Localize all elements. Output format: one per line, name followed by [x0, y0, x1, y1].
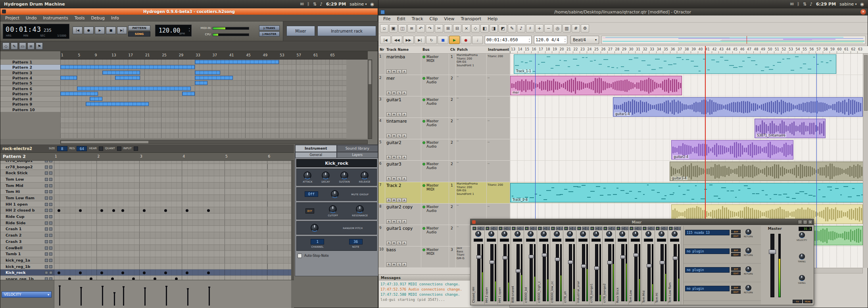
- range-mode-icon[interactable]: ◧: [480, 24, 489, 33]
- pattern-grid-lane[interactable]: [54, 201, 291, 208]
- pan-knob[interactable]: [593, 231, 599, 237]
- note-dot[interactable]: [207, 209, 210, 212]
- volume-fader[interactable]: [595, 244, 598, 301]
- strip-mute-button[interactable]: M: [595, 227, 599, 230]
- pattern-grid-lane[interactable]: [54, 270, 291, 276]
- bpm-display[interactable]: 120.00 BPM ▴▾: [155, 25, 192, 37]
- pattern-sequence-block[interactable]: [102, 71, 140, 75]
- note-dot[interactable]: [132, 277, 135, 280]
- instrument-mute-button[interactable]: [45, 240, 48, 243]
- note-dot[interactable]: [186, 209, 188, 212]
- fx-return-knob[interactable]: [745, 248, 751, 254]
- pattern-list-item[interactable]: Pattern 6: [0, 86, 60, 91]
- midi-note-value[interactable]: 36: [349, 239, 363, 244]
- instrument-row[interactable]: Tom Mid: [0, 183, 54, 189]
- pan-knob[interactable]: [606, 231, 612, 237]
- menu-info[interactable]: Info: [108, 15, 122, 21]
- track-mute-button[interactable]: M: [392, 262, 396, 267]
- pattern-sequence-block[interactable]: [195, 60, 279, 64]
- pattern-grid-lane[interactable]: [54, 257, 291, 264]
- track-mute-button[interactable]: M: [392, 177, 396, 181]
- arrange-lane[interactable]: guitar3-4: [510, 161, 864, 182]
- humanize-timing-knob[interactable]: [799, 254, 805, 260]
- fx-return-knob[interactable]: [745, 285, 751, 291]
- resonance-knob[interactable]: [356, 205, 364, 213]
- pattern-grid-lane[interactable]: [54, 226, 291, 232]
- fader-handle[interactable]: [581, 264, 586, 268]
- track-solo-button[interactable]: S: [397, 91, 401, 95]
- fx-byp-button[interactable]: BYP: [731, 230, 741, 233]
- instrument-mute-button[interactable]: [45, 227, 48, 231]
- track-mute-button[interactable]: M: [392, 241, 396, 245]
- zoom-out-icon[interactable]: −: [544, 24, 553, 33]
- pattern-grid-lane[interactable]: [54, 207, 291, 214]
- instrument-row[interactable]: CowBell: [0, 245, 54, 251]
- instrument-solo-button[interactable]: [49, 196, 52, 200]
- pan-knob[interactable]: [567, 231, 573, 237]
- pattern-grid-lane[interactable]: [54, 220, 291, 226]
- close-button[interactable]: ✕: [808, 220, 812, 224]
- bluetooth-icon[interactable]: ᛒ: [797, 2, 800, 7]
- strip-solo-button[interactable]: S: [520, 227, 524, 230]
- strip-mute-button[interactable]: M: [517, 227, 520, 230]
- copy-icon[interactable]: ⊞: [444, 24, 452, 33]
- track-mute-button[interactable]: M: [392, 112, 396, 117]
- sample-play-icon[interactable]: ▸: [512, 227, 516, 230]
- instrument-mute-button[interactable]: [45, 209, 48, 212]
- vertical-scrollbar[interactable]: [863, 54, 868, 268]
- strip-solo-button[interactable]: S: [494, 227, 497, 230]
- fader-handle[interactable]: [516, 269, 520, 273]
- instrument-row[interactable]: Tom Hi: [0, 189, 54, 195]
- redo-icon[interactable]: ↷: [426, 24, 434, 33]
- fx-return-knob[interactable]: [745, 266, 751, 272]
- pattern-size-select[interactable]: 8: [57, 146, 67, 151]
- note-dot[interactable]: [154, 277, 156, 280]
- instrument-solo-button[interactable]: [49, 209, 52, 212]
- sample-play-icon[interactable]: ▸: [590, 227, 594, 230]
- transport-play-button[interactable]: ▶: [95, 27, 105, 34]
- strip-solo-button[interactable]: S: [572, 227, 576, 230]
- instrument-mute-button[interactable]: [45, 161, 48, 162]
- pattern-grid-lane[interactable]: [54, 251, 291, 257]
- track-mute-button[interactable]: M: [392, 69, 396, 74]
- stack-mode-icon[interactable]: ≡: [27, 42, 35, 50]
- network-icon[interactable]: ⇅: [313, 2, 317, 7]
- pattern-grid-lane[interactable]: [54, 164, 291, 170]
- pattern-list-item[interactable]: Pattern 8: [0, 96, 60, 102]
- mixer-toggle-button[interactable]: Mixer: [286, 26, 315, 36]
- track-record-button[interactable]: R: [386, 69, 391, 74]
- gain-knob[interactable]: [331, 190, 339, 198]
- track-automation-button[interactable]: A: [402, 177, 407, 181]
- track-list-row[interactable]: 6guitar3RMSAMasterAudio2----: [378, 161, 510, 182]
- note-dot[interactable]: [164, 271, 167, 274]
- clip-marimba[interactable]: Track_1-1: [514, 54, 836, 74]
- velocity-bar[interactable]: [144, 289, 146, 306]
- note-grid[interactable]: [54, 161, 291, 280]
- instrument-row[interactable]: cr78_bongo2: [0, 164, 54, 170]
- note-dot[interactable]: [121, 271, 124, 274]
- track-mute-button[interactable]: M: [392, 219, 396, 224]
- master-fader[interactable]: [770, 234, 774, 297]
- instrument-mute-button[interactable]: [45, 246, 48, 250]
- pattern-grid-lane[interactable]: [54, 195, 291, 201]
- transport-play-button[interactable]: ▶: [449, 36, 460, 44]
- bpm-spinner[interactable]: ▴▾: [188, 27, 190, 32]
- pattern-grid-lane[interactable]: [54, 239, 291, 245]
- track-automation-button[interactable]: A: [402, 155, 407, 160]
- volume-icon[interactable]: ♪: [810, 2, 812, 7]
- volume-fader[interactable]: [517, 244, 520, 301]
- volume-fader[interactable]: [477, 244, 480, 301]
- pattern-sequence-block[interactable]: [60, 92, 98, 96]
- velocity-bar[interactable]: [81, 288, 82, 306]
- volume-fader[interactable]: [634, 244, 638, 301]
- instrument-mute-button[interactable]: [45, 203, 48, 206]
- pointer-mode-icon[interactable]: ◇: [2, 42, 10, 50]
- track-solo-button[interactable]: S: [397, 262, 401, 267]
- track-record-button[interactable]: R: [386, 241, 391, 245]
- pattern-sequence-block[interactable]: [90, 97, 102, 101]
- volume-fader[interactable]: [674, 244, 677, 301]
- song-grid-lane[interactable]: [60, 60, 346, 65]
- pan-knob[interactable]: [475, 231, 481, 237]
- instrument-solo-button[interactable]: [49, 252, 52, 256]
- volume-fader[interactable]: [530, 244, 533, 301]
